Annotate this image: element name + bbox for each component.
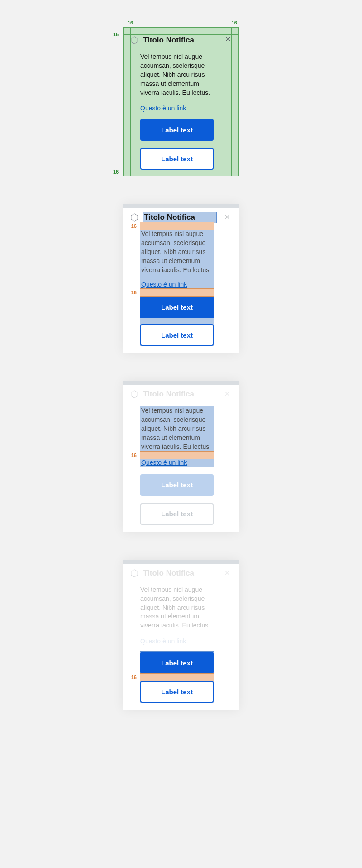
primary-button[interactable]: Label text (140, 652, 214, 674)
primary-button-label: Label text (161, 659, 193, 667)
secondary-button-label: Label text (161, 688, 193, 696)
padding-label-left: 16 (113, 32, 119, 37)
notification-title: Titolo Notifica (143, 390, 194, 399)
notification-title: Titolo Notifica (143, 212, 216, 223)
gap-label: 16 (131, 290, 137, 295)
type-hexagon-icon (130, 390, 138, 398)
notification-link[interactable]: Questo è un link (140, 281, 214, 289)
gap-link-to-actions: 16 (140, 289, 214, 296)
notification-link[interactable]: Questo è un link (140, 637, 232, 645)
spec-card-padding: 16 16 16 16 Titolo Notifica Vel temp (123, 27, 239, 176)
primary-button-label: Label text (161, 126, 193, 134)
padding-label-top-right: 16 (232, 20, 237, 25)
svg-marker-6 (131, 391, 138, 398)
notification-description: Vel tempus nisl augue accumsan, sceleris… (140, 585, 214, 630)
svg-marker-0 (131, 37, 138, 44)
secondary-button[interactable]: Label text (140, 148, 214, 170)
primary-button-label: Label text (161, 303, 193, 311)
primary-button[interactable]: Label text (140, 474, 214, 496)
secondary-button[interactable]: Label text (140, 503, 214, 525)
notification-link[interactable]: Questo è un link (141, 459, 187, 466)
type-hexagon-icon (130, 36, 138, 44)
close-button[interactable] (223, 212, 232, 222)
notification-description: Vel tempus nisl augue accumsan, sceleris… (140, 230, 214, 274)
secondary-button[interactable]: Label text (140, 324, 214, 346)
svg-marker-3 (131, 214, 138, 221)
gap-title-to-body: 16 (140, 222, 214, 230)
primary-button[interactable]: Label text (140, 296, 214, 318)
notification-header: Titolo Notifica (130, 212, 232, 222)
notification-description: Vel tempus nisl augue accumsan, sceleris… (140, 52, 214, 97)
notification-link[interactable]: Questo è un link (140, 104, 232, 112)
gap-desc-to-link: 16 (140, 452, 214, 459)
svg-marker-9 (131, 570, 138, 577)
type-hexagon-icon (130, 569, 138, 577)
spec-card-vertical-gaps: Titolo Notifica 16 Vel tempus nisl augue… (123, 204, 239, 353)
primary-button-label: Label text (161, 481, 193, 489)
spec-card-button-gap: Titolo Notifica Vel tempus nisl augue ac… (123, 560, 239, 710)
padding-label-bottom: 16 (113, 169, 119, 175)
gap-label: 16 (131, 675, 137, 680)
type-hexagon-icon (130, 213, 138, 222)
padding-label-top-left: 16 (128, 20, 133, 25)
close-button[interactable] (224, 34, 233, 43)
notification-header: Titolo Notifica (130, 389, 232, 399)
secondary-button-label: Label text (161, 331, 193, 339)
gap-label: 16 (131, 223, 137, 229)
close-button[interactable] (223, 568, 232, 577)
spec-canvas: 16 16 16 16 Titolo Notifica Vel temp (0, 0, 362, 801)
gap-between-buttons: 16 (140, 674, 214, 681)
primary-button[interactable]: Label text (140, 119, 214, 141)
secondary-button-label: Label text (161, 155, 193, 163)
notification-title: Titolo Notifica (143, 36, 194, 45)
secondary-button-label: Label text (161, 510, 193, 518)
close-button[interactable] (223, 389, 232, 398)
spec-card-desc-link-gap: Titolo Notifica Vel tempus nisl augue ac… (123, 381, 239, 532)
notification-header: Titolo Notifica (130, 35, 232, 45)
secondary-button[interactable]: Label text (140, 681, 214, 703)
notification-description: Vel tempus nisl augue accumsan, sceleris… (141, 406, 213, 451)
notification-header: Titolo Notifica (130, 568, 232, 578)
gap-label: 16 (131, 453, 137, 458)
notification-title: Titolo Notifica (143, 569, 194, 578)
